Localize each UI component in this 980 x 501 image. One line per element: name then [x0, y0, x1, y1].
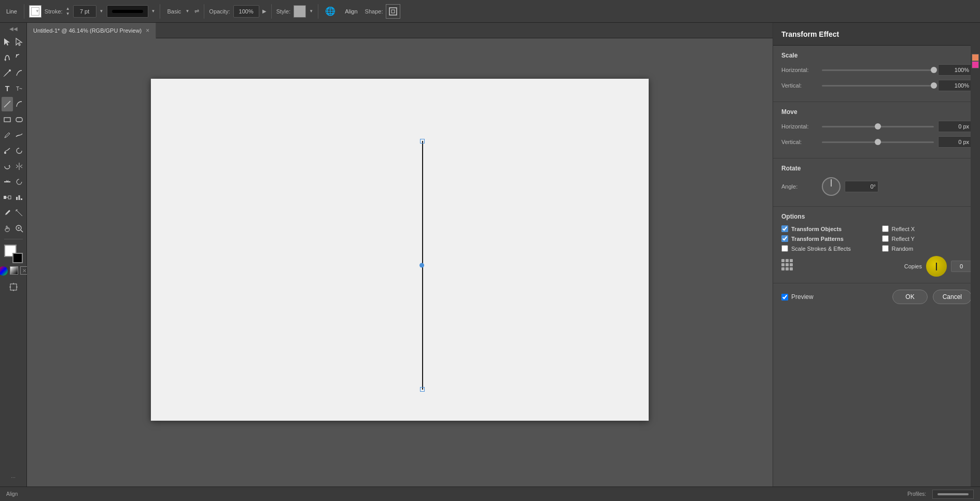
smooth-tool[interactable] — [13, 128, 25, 142]
cancel-button[interactable]: Cancel — [933, 290, 972, 304]
scale-strokes-label[interactable]: Scale Strokes & Effects — [791, 246, 851, 252]
toolbar-separator-3 — [204, 4, 204, 19]
rotate-tool[interactable] — [2, 159, 13, 174]
copies-input[interactable] — [951, 261, 972, 272]
blend-tool[interactable] — [2, 190, 13, 205]
random-checkbox[interactable] — [882, 245, 889, 252]
scale-vertical-thumb[interactable] — [931, 82, 937, 89]
select-tool[interactable] — [2, 35, 13, 49]
angle-label: Angle: — [781, 183, 818, 190]
line-handle-bot[interactable] — [420, 387, 425, 392]
stroke-value-input[interactable] — [73, 5, 96, 18]
svg-rect-13 — [16, 197, 18, 200]
profile-flip[interactable]: ⇌ — [194, 8, 199, 15]
scale-section-title: Scale — [781, 52, 972, 59]
rect-tool[interactable] — [2, 112, 13, 127]
grid-dot-4 — [781, 263, 785, 266]
grid-dot-1 — [781, 259, 785, 262]
swatch-orange[interactable] — [972, 54, 979, 61]
direct-select-tool[interactable] — [13, 35, 25, 49]
ok-button[interactable]: OK — [892, 290, 927, 304]
line-handle-mid[interactable] — [419, 263, 424, 267]
blob-brush-tool[interactable] — [13, 144, 25, 158]
grid-dot-8 — [786, 267, 789, 270]
angle-dial[interactable] — [822, 177, 841, 196]
stroke-label: Stroke: — [45, 8, 63, 15]
line-tool[interactable] — [2, 97, 13, 111]
move-horizontal-thumb[interactable] — [875, 123, 881, 130]
tool-indicator[interactable]: Line — [4, 7, 19, 16]
scale-horizontal-thumb[interactable] — [931, 67, 937, 73]
curvature-tool[interactable] — [13, 66, 25, 80]
width-tool[interactable] — [2, 175, 13, 189]
svg-rect-1 — [391, 10, 395, 13]
preview-checkbox[interactable] — [781, 294, 788, 300]
gradient-mode-btn[interactable] — [10, 266, 18, 275]
toolbar-separator-4 — [271, 4, 272, 19]
grid-dot-9 — [790, 267, 793, 270]
scale-horizontal-slider[interactable] — [822, 69, 934, 71]
rounded-rect-tool[interactable] — [13, 112, 25, 127]
type-tool[interactable]: T — [2, 81, 13, 96]
pen-tool[interactable] — [2, 66, 13, 80]
reflect-y-checkbox[interactable] — [882, 235, 889, 242]
zoom-tool[interactable] — [13, 221, 25, 236]
warp-tool[interactable] — [2, 50, 13, 65]
shape-icon[interactable] — [386, 4, 400, 19]
transform-patterns-label[interactable]: Transform Patterns — [791, 236, 844, 242]
rotate-view-tool[interactable] — [13, 50, 25, 65]
preview-label[interactable]: Preview — [791, 293, 814, 300]
reflect-x-checkbox[interactable] — [882, 225, 889, 232]
fill-color[interactable] — [29, 5, 41, 18]
swatch-pink[interactable] — [972, 61, 979, 68]
reflect-y-label[interactable]: Reflect Y — [892, 236, 915, 242]
panel-buttons: Preview OK Cancel — [773, 283, 980, 310]
svg-rect-15 — [21, 198, 22, 200]
move-vertical-thumb[interactable] — [875, 139, 881, 145]
profiles-dropdown[interactable] — [932, 490, 974, 499]
hand-tool[interactable] — [2, 221, 13, 236]
move-horizontal-input[interactable] — [938, 121, 972, 132]
transform-objects-label[interactable]: Transform Objects — [791, 226, 842, 232]
tool-more[interactable]: ··· — [11, 475, 15, 483]
transform-origin-grid[interactable] — [781, 259, 796, 274]
style-swatch[interactable] — [293, 5, 306, 18]
panel-collapse-left[interactable]: ◀◀ — [9, 26, 18, 32]
paintbrush-tool[interactable] — [2, 144, 13, 158]
move-vertical-row: Vertical: — [781, 136, 972, 148]
angle-input[interactable] — [845, 181, 878, 192]
canvas-bg[interactable] — [37, 38, 762, 461]
pencil-tool[interactable] — [2, 128, 13, 142]
scale-vertical-slider[interactable] — [822, 85, 934, 87]
move-vertical-input[interactable] — [938, 136, 972, 148]
scale-vertical-input[interactable] — [938, 80, 972, 91]
line-object[interactable] — [422, 141, 423, 390]
random-label[interactable]: Random — [892, 246, 914, 252]
column-graph-tool[interactable] — [13, 190, 25, 205]
eyedropper-group — [2, 206, 25, 220]
transform-objects-checkbox[interactable] — [781, 225, 788, 232]
artboard-tool[interactable] — [8, 280, 19, 294]
opacity-arrow[interactable]: ▶ — [262, 8, 267, 14]
measure-tool[interactable] — [13, 206, 25, 220]
background-color[interactable] — [12, 253, 23, 263]
line-handle-top[interactable] — [420, 139, 425, 144]
eyedropper-tool[interactable] — [2, 206, 13, 220]
appearance-btn[interactable]: 🌐 — [323, 4, 338, 19]
opacity-input[interactable] — [233, 5, 259, 18]
reflect-tool[interactable] — [13, 159, 25, 174]
arc-tool[interactable] — [13, 97, 25, 111]
type-on-path[interactable]: T~ — [13, 81, 25, 96]
scale-strokes-checkbox[interactable] — [781, 245, 788, 252]
move-horizontal-slider[interactable] — [822, 126, 934, 127]
transform-patterns-checkbox[interactable] — [781, 235, 788, 242]
scale-horizontal-input[interactable] — [938, 64, 972, 76]
reflect-x-label[interactable]: Reflect X — [892, 226, 915, 232]
move-vertical-slider[interactable] — [822, 141, 934, 143]
color-mode-btn[interactable] — [0, 266, 8, 276]
warp-tool-2[interactable] — [13, 175, 25, 189]
stroke-spinner[interactable]: ▲ ▼ — [66, 6, 70, 16]
stroke-style-preview[interactable] — [107, 5, 148, 18]
align-btn[interactable]: Align — [341, 7, 361, 16]
svg-line-4 — [4, 101, 10, 107]
